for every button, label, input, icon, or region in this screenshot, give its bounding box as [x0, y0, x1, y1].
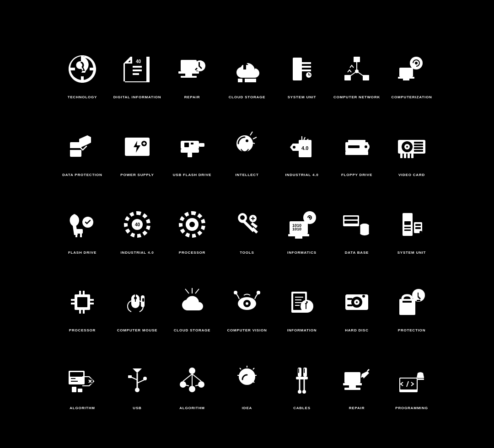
- svg-point-116: [306, 301, 308, 303]
- label-intellect: INTELLECT: [235, 170, 258, 181]
- svg-rect-5: [181, 76, 197, 78]
- svg-rect-66: [191, 215, 193, 218]
- label-technology: TECHNOLOGY: [68, 92, 97, 103]
- icon-processor-2: PROCESSOR: [55, 263, 110, 341]
- icon-flash-drive: FLASH DRIVE: [55, 185, 110, 263]
- svg-point-157: [298, 390, 301, 394]
- icon-industrial-40-2: 40 INDUSTRIAL 4.0: [110, 185, 165, 263]
- svg-rect-91: [415, 227, 421, 229]
- svg-rect-60: [75, 229, 83, 234]
- svg-rect-98: [83, 310, 85, 314]
- icon-computerization: COMPUTERIZATION: [384, 30, 439, 107]
- label-information: INFORMATION: [287, 325, 317, 336]
- svg-point-105: [134, 297, 137, 299]
- svg-rect-58: [408, 154, 410, 158]
- svg-rect-69: [199, 223, 201, 226]
- svg-rect-87: [404, 227, 411, 228]
- svg-rect-96: [83, 291, 85, 294]
- icon-digital-information: 40 DIGITAL INFORMATION: [110, 30, 165, 107]
- icon-system-unit-1: SYSTEM UNIT: [274, 30, 329, 107]
- svg-rect-43: [348, 140, 365, 142]
- icon-information: INFORMATION: [274, 263, 329, 341]
- svg-rect-97: [79, 310, 81, 314]
- svg-rect-123: [347, 304, 353, 306]
- svg-rect-53: [414, 144, 423, 146]
- icon-system-unit-2: SYSTEM UNIT: [384, 185, 439, 263]
- svg-rect-46: [348, 145, 360, 148]
- svg-rect-100: [71, 303, 75, 304]
- svg-rect-154: [296, 377, 308, 379]
- icon-technology: TECHNOLOGY: [55, 30, 110, 107]
- label-power-supply: POWER SUPPLY: [120, 170, 154, 181]
- svg-rect-47: [345, 151, 368, 155]
- icon-cables: CABLES: [274, 341, 329, 418]
- icon-tools: TOOLS: [220, 185, 274, 263]
- icon-grid: TECHNOLOGY 40 DIGITAL INFORMATION REPAIR: [46, 21, 448, 427]
- svg-rect-3: [178, 71, 199, 74]
- svg-rect-68: [183, 223, 186, 226]
- icon-computer-vision: COMPUTER VISION: [220, 263, 274, 341]
- icon-cloud-storage-2: CLOUD STORAGE: [165, 263, 220, 341]
- svg-point-137: [143, 377, 147, 380]
- svg-rect-90: [415, 224, 421, 226]
- icon-intellect: INTELLECT: [220, 107, 274, 185]
- label-programming: PROGRAMMING: [395, 403, 428, 414]
- svg-rect-34: [181, 149, 199, 153]
- label-data-base: DATA BASE: [345, 247, 369, 258]
- svg-point-45: [365, 145, 367, 148]
- svg-rect-56: [400, 154, 403, 158]
- label-repair-2: REPAIR: [349, 403, 365, 414]
- label-tools: TOOLS: [240, 247, 254, 258]
- svg-rect-32: [191, 143, 193, 144]
- icon-computer-mouse: COMPUTER MOUSE: [110, 263, 165, 341]
- svg-point-120: [356, 301, 358, 303]
- icon-industrial-40-1: 4.0 INDUSTRIAL 4.0: [274, 107, 329, 185]
- label-idea: IDEA: [242, 403, 252, 414]
- label-floppy-drive: FLOPPY DRIVE: [341, 170, 372, 181]
- icon-usb: USB: [110, 341, 165, 418]
- label-computer-vision: COMPUTER VISION: [227, 325, 267, 336]
- label-hard-disc: HARD DISC: [345, 325, 369, 336]
- label-cloud-storage-2: CLOUD STORAGE: [174, 325, 210, 336]
- svg-rect-122: [347, 298, 353, 300]
- label-data-protection: DATA PROTECTION: [62, 170, 102, 181]
- svg-point-112: [257, 291, 260, 294]
- icon-programming: PROGRAMMING: [384, 341, 439, 418]
- svg-rect-99: [71, 299, 75, 301]
- svg-rect-163: [349, 385, 356, 388]
- icon-repair: REPAIR: [165, 30, 220, 107]
- icon-repair-2: REPAIR: [329, 341, 384, 418]
- label-industrial-40-2: INDUSTRIAL 4.0: [121, 247, 154, 258]
- label-digital-information: DIGITAL INFORMATION: [113, 92, 161, 103]
- svg-rect-55: [414, 150, 423, 152]
- svg-rect-94: [77, 297, 87, 307]
- icon-floppy-drive: FLOPPY DRIVE: [329, 107, 384, 185]
- svg-point-110: [246, 302, 248, 305]
- label-system-unit-2: SYSTEM UNIT: [397, 247, 426, 258]
- label-cloud-storage-1: CLOUD STORAGE: [229, 92, 265, 103]
- svg-rect-13: [294, 74, 301, 75]
- svg-rect-79: [344, 217, 358, 219]
- svg-rect-162: [343, 383, 362, 385]
- label-computerization: COMPUTERIZATION: [391, 92, 432, 103]
- svg-point-138: [135, 388, 140, 392]
- svg-rect-4: [185, 74, 192, 76]
- icon-hard-disc: HARD DISC: [329, 263, 384, 341]
- svg-line-165: [367, 369, 369, 371]
- svg-rect-7: [238, 79, 242, 82]
- svg-rect-11: [294, 65, 301, 69]
- label-processor-2: PROCESSOR: [69, 325, 96, 336]
- svg-rect-24: [399, 68, 413, 77]
- svg-point-0: [78, 63, 82, 68]
- svg-point-139: [189, 368, 195, 374]
- svg-text:4.0: 4.0: [301, 145, 308, 151]
- svg-rect-31: [184, 143, 189, 147]
- svg-point-21: [355, 69, 359, 73]
- icon-cloud-storage-1: CLOUD STORAGE: [220, 30, 274, 107]
- svg-rect-57: [404, 154, 406, 158]
- svg-rect-95: [79, 291, 81, 294]
- label-computer-network: COMPUTER NETWORK: [333, 92, 380, 103]
- icon-protection: PROTECTION: [384, 263, 439, 341]
- icon-power-supply: POWER SUPPLY: [110, 107, 165, 185]
- svg-rect-164: [344, 388, 360, 390]
